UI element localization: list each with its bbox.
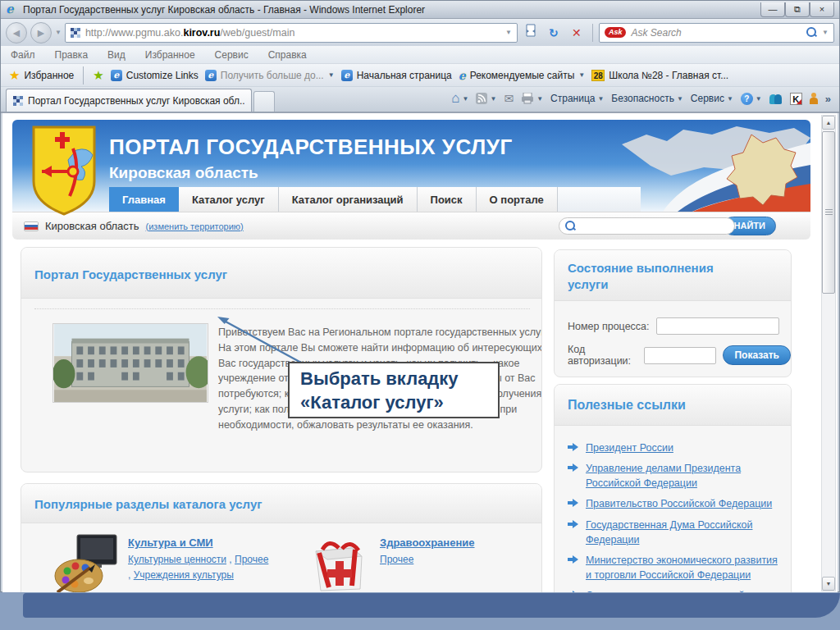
- link-state-duma[interactable]: Государственная Дума Российской Федераци…: [568, 518, 783, 547]
- health-link[interactable]: Здравоохранение: [380, 536, 523, 549]
- address-field[interactable]: http://www.pgmu.ako.kirov.ru/web/guest/m…: [65, 23, 518, 43]
- link-president[interactable]: Президент России: [568, 441, 783, 455]
- kaspersky-icon[interactable]: K: [790, 93, 802, 105]
- site-favicon-icon: [71, 28, 80, 38]
- arrow-right-icon: [568, 499, 579, 507]
- process-number-input[interactable]: [656, 317, 779, 335]
- page-menu-button[interactable]: Страница▼: [550, 93, 604, 104]
- tab-search[interactable]: Поиск: [418, 187, 477, 212]
- menu-tools[interactable]: Сервис: [215, 49, 249, 61]
- chevron-down-icon: ▼: [677, 95, 683, 103]
- favorite-home-page[interactable]: e Начальная страница: [341, 70, 452, 81]
- toolbar-overflow-chevron[interactable]: »: [825, 93, 831, 105]
- menu-file[interactable]: Файл: [11, 49, 35, 61]
- tab-services-catalog[interactable]: Каталог услуг: [179, 187, 279, 212]
- useful-links-title: Полезные ссылки: [568, 398, 686, 413]
- print-button[interactable]: ▼: [521, 93, 543, 104]
- popular-sections-panel: Популярные разделы каталога услуг: [21, 483, 542, 593]
- security-menu-button[interactable]: Безопасность▼: [611, 93, 682, 104]
- home-icon: ⌂: [451, 90, 459, 107]
- browser-search-box[interactable]: Ask Ask Search ▼: [599, 23, 834, 43]
- home-button[interactable]: ⌂▼: [451, 90, 468, 107]
- portal-banner: ПОРТАЛ ГОСУДАРСТВЕННЫХ УСЛУГ Кировская о…: [12, 120, 810, 212]
- auth-code-input[interactable]: [644, 347, 716, 364]
- back-button[interactable]: ◄: [6, 22, 27, 43]
- read-mail-button[interactable]: ✉: [504, 92, 514, 105]
- window-title: Портал Государственных услуг Кировская о…: [23, 4, 760, 16]
- help-button[interactable]: ?▼: [741, 93, 762, 105]
- arrow-right-icon: [568, 443, 579, 451]
- site-search-input[interactable]: [559, 217, 735, 235]
- culture-link[interactable]: Культура и СМИ: [128, 536, 272, 549]
- sublink[interactable]: Прочее: [380, 554, 413, 565]
- sublink[interactable]: Культурные ценности: [128, 554, 226, 565]
- profile-icon[interactable]: [810, 93, 818, 104]
- favorite-suggested-sites[interactable]: e Рекомендуемые сайты ▼: [459, 70, 586, 81]
- sublink[interactable]: Учреждения культуры: [134, 569, 234, 581]
- favorite-customize-links[interactable]: e Customize Links: [111, 70, 199, 81]
- vertical-scrollbar[interactable]: ▲ ▼: [821, 115, 836, 591]
- tab-organizations-catalog[interactable]: Каталог организаций: [279, 187, 418, 212]
- scroll-up-button[interactable]: ▲: [822, 116, 835, 130]
- command-bar: ⌂▼ ▼ ✉ ▼ Страница▼ Безопасность▼ Сервис▼…: [451, 85, 834, 112]
- forward-button[interactable]: ►: [30, 22, 52, 43]
- history-dropdown-icon[interactable]: ▼: [55, 29, 62, 36]
- popular-item-health: Здравоохранение Прочее: [304, 533, 526, 593]
- address-dropdown-icon[interactable]: ▼: [505, 29, 512, 36]
- status-title: Состояние выполнения услуги: [568, 260, 756, 292]
- administration-building-photo: [52, 323, 208, 403]
- annotation-arrow: [206, 310, 308, 368]
- restore-button[interactable]: ⧉: [785, 2, 810, 17]
- help-icon: ?: [741, 93, 753, 105]
- minimize-button[interactable]: —: [760, 2, 785, 17]
- popular-title: Популярные разделы каталога услуг: [34, 497, 262, 511]
- mail-icon: ✉: [504, 92, 514, 105]
- printer-icon: [521, 93, 534, 104]
- change-territory-link[interactable]: (изменить территорию): [146, 221, 244, 231]
- chevron-down-icon: ▼: [727, 95, 733, 103]
- close-button[interactable]: ×: [810, 2, 834, 17]
- favorite-school-28[interactable]: 28 Школа №28 - Главная ст...: [591, 70, 728, 81]
- chevron-down-icon: ▼: [463, 95, 469, 103]
- menu-view[interactable]: Вид: [107, 49, 126, 61]
- health-sublinks: Прочее: [380, 552, 523, 568]
- kirov-coat-of-arms: [30, 126, 98, 217]
- feeds-button[interactable]: ▼: [476, 93, 496, 104]
- search-icon[interactable]: [806, 27, 817, 38]
- portal-nav: Главная Каталог услуг Каталог организаци…: [109, 187, 641, 212]
- refresh-button[interactable]: ↻: [544, 23, 564, 43]
- tab-about[interactable]: О портале: [477, 187, 558, 212]
- url-text: http://www.pgmu.ako.kirov.ru/web/guest/m…: [85, 27, 500, 39]
- favorites-button[interactable]: ★ Избранное: [9, 68, 74, 83]
- process-number-label: Номер процесса:: [568, 321, 650, 332]
- link-president-administration[interactable]: Управление делами Президента Российской …: [568, 461, 783, 491]
- add-favorite-icon[interactable]: ★: [93, 68, 103, 83]
- chevron-down-icon: ▼: [578, 71, 585, 79]
- region-bar: Кировская область (изменить территорию) …: [12, 212, 810, 240]
- menu-help[interactable]: Справка: [268, 49, 307, 61]
- callout-line-1: Выбрать вкладку: [300, 368, 498, 391]
- tools-menu-button[interactable]: Сервис▼: [691, 93, 733, 104]
- link-ministry-economic[interactable]: Министерство экономического развития и т…: [568, 553, 783, 582]
- divider: [34, 308, 530, 309]
- favorite-get-more[interactable]: e Получить больше до... ▼: [205, 70, 335, 81]
- menu-edit[interactable]: Правка: [55, 49, 89, 61]
- search-dropdown-icon[interactable]: ▼: [822, 29, 829, 36]
- scroll-down-button[interactable]: ▼: [822, 577, 835, 591]
- slide-footer: [0, 592, 840, 630]
- stop-button[interactable]: ✕: [567, 23, 587, 43]
- scrollbar-thumb[interactable]: [822, 131, 835, 294]
- russia-flag-icon: [24, 221, 39, 231]
- menu-favorites[interactable]: Избранное: [145, 49, 195, 61]
- sublink[interactable]: Прочее: [235, 554, 268, 565]
- ie-page-icon: e: [111, 70, 122, 81]
- tab-home[interactable]: Главная: [109, 187, 179, 212]
- new-tab-button[interactable]: [253, 91, 275, 112]
- messenger-icon[interactable]: [769, 94, 783, 104]
- show-button[interactable]: Показать: [723, 345, 791, 365]
- compatibility-view-button[interactable]: [521, 23, 541, 43]
- useful-links-panel: Полезные ссылки Президент России Управле…: [554, 384, 792, 593]
- link-government[interactable]: Правительство Российской Федерации: [568, 496, 783, 511]
- browser-tab-active[interactable]: Портал Государственных услуг Кировская о…: [6, 89, 252, 112]
- healthcare-icon: [304, 533, 372, 593]
